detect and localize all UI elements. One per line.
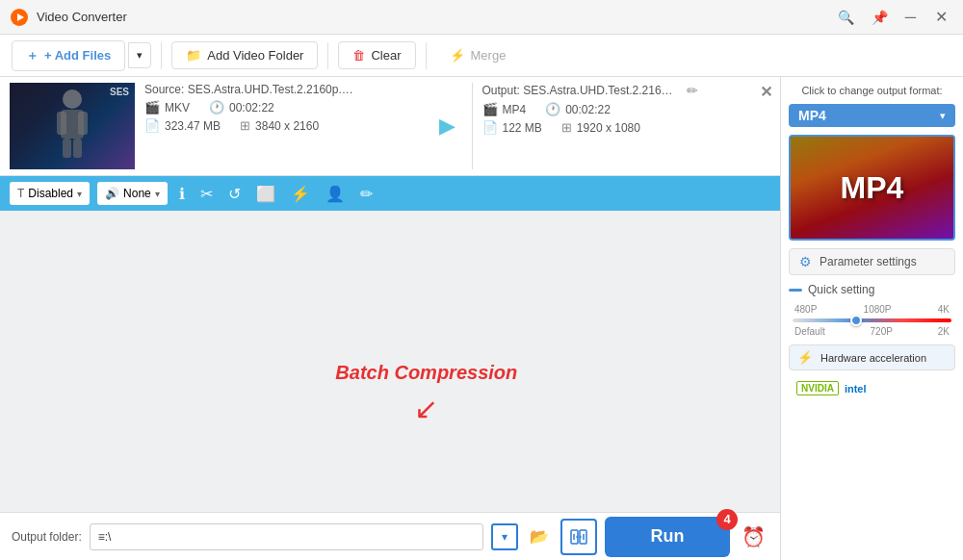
output-duration: 00:02:22 <box>565 103 611 116</box>
label-4k: 4K <box>938 304 950 315</box>
label-720p: 720P <box>871 326 893 337</box>
toolbar-separator-1 <box>161 42 162 69</box>
resolution-icon: ⊞ <box>240 118 250 133</box>
cut-button[interactable]: ✂ <box>196 183 217 205</box>
app-logo <box>10 8 29 27</box>
output-clock-icon: 🕐 <box>545 102 560 116</box>
slider-track <box>793 318 951 322</box>
rotate-button[interactable]: ↺ <box>224 183 245 205</box>
format-name: MP4 <box>798 108 932 123</box>
batch-annotation: Batch Compression ↙ <box>335 362 517 425</box>
subtitle-edit-button[interactable]: ✏ <box>356 183 377 205</box>
batch-arrow-icon: ↙ <box>335 392 517 425</box>
batch-compress-button[interactable] <box>560 519 597 555</box>
label-480p: 480P <box>794 304 817 315</box>
output-resolution: 1920 x 1080 <box>577 121 640 135</box>
folder-dropdown-button[interactable]: ▾ <box>491 523 518 550</box>
run-badge: 4 <box>716 509 738 530</box>
right-panel: Click to change output format: MP4 ▾ MP4… <box>780 77 963 560</box>
search-icon[interactable]: 🔍 <box>838 10 854 25</box>
subtitle-select[interactable]: T Disabled ▾ <box>10 182 90 205</box>
format-thumbnail: MP4 <box>789 135 955 241</box>
svg-marker-12 <box>576 535 578 539</box>
output-duration-item: 🕐 00:02:22 <box>545 102 611 116</box>
remove-file-button[interactable]: ✕ <box>760 83 772 101</box>
source-duration-item: 🕐 00:02:22 <box>209 100 274 115</box>
audio-icon: 🔊 <box>105 187 119 200</box>
add-files-button[interactable]: ＋ + Add Files <box>12 40 125 71</box>
add-video-folder-button[interactable]: 📁 Add Video Folder <box>171 41 318 69</box>
quick-setting-label: Quick setting <box>789 283 955 296</box>
audio-value: None <box>123 187 151 200</box>
source-info: Source: SES.Astra.UHD.Test.2.2160p.UHDTV… <box>144 83 433 169</box>
output-file-icon: 📄 <box>482 120 498 135</box>
audio-select[interactable]: 🔊 None ▾ <box>97 182 168 205</box>
merge-button[interactable]: ⚡ Merge <box>436 42 520 68</box>
edit-output-button[interactable]: ✏ <box>687 83 698 98</box>
source-format: MKV <box>165 101 190 115</box>
toolbar: ＋ + Add Files ▾ 📁 Add Video Folder 🗑 Cle… <box>0 35 963 77</box>
output-format-item: 🎬 MP4 <box>482 102 527 116</box>
source-path-label: Source: SES.Astra.UHD.Test.2.2160p.UHDTV… <box>144 83 356 96</box>
convert-arrow: ▶ <box>433 83 462 169</box>
slider-labels-bottom: Default 720P 2K <box>793 326 951 337</box>
close-button[interactable]: ✕ <box>929 6 953 28</box>
left-content: SES Source: SES.Astra.UHD.Test.2.2160p.U… <box>0 77 780 560</box>
svg-point-2 <box>63 89 82 109</box>
app-title: Video Converter <box>37 10 127 24</box>
controls-row: T Disabled ▾ 🔊 None ▾ ℹ ✂ ↺ ⬜ ⚡ 👤 ✏ <box>0 176 780 211</box>
folder-icon: 📁 <box>186 48 201 63</box>
clear-label: Clear <box>371 48 401 63</box>
file-row-divider <box>472 83 473 169</box>
thumbnail-content: SES <box>10 83 135 169</box>
source-label-row: Source: SES.Astra.UHD.Test.2.2160p.UHDTV… <box>144 83 433 96</box>
add-video-folder-label: Add Video Folder <box>207 48 303 63</box>
output-format-icon: 🎬 <box>482 102 498 116</box>
source-size: 323.47 MB <box>165 119 221 133</box>
watermark-button[interactable]: 👤 <box>322 183 349 205</box>
minimize-button[interactable]: ─ <box>899 7 922 28</box>
source-size-row: 📄 323.47 MB ⊞ 3840 x 2160 <box>144 118 433 133</box>
output-folder-input[interactable] <box>90 523 483 550</box>
label-default: Default <box>794 326 825 337</box>
parameter-settings-button[interactable]: ⚙ Parameter settings <box>789 248 955 275</box>
toolbar-separator-3 <box>426 42 427 69</box>
source-meta-format-row: 🎬 MKV 🕐 00:02:22 <box>144 100 433 115</box>
format-thumbnail-text: MP4 <box>841 170 904 206</box>
clear-button[interactable]: 🗑 Clear <box>338 41 415 69</box>
intel-logo: intel <box>845 383 867 395</box>
batch-compression-text: Batch Compression <box>335 362 517 384</box>
add-files-dropdown[interactable]: ▾ <box>128 42 151 68</box>
output-path-label: Output: SES.Astra.UHD.Test.2.2160p.UHDT.… <box>482 84 675 97</box>
label-1080p: 1080P <box>864 304 892 315</box>
svg-rect-4 <box>57 112 66 135</box>
format-select[interactable]: MP4 ▾ <box>789 104 955 127</box>
run-label: Run <box>651 526 685 546</box>
subtitle-value: Disabled <box>28 187 73 200</box>
hardware-acceleration-button[interactable]: ⚡ Hardware acceleration <box>789 344 955 370</box>
svg-rect-5 <box>78 112 88 135</box>
title-bar-controls: 🔍 📌 ─ ✕ <box>838 6 953 28</box>
output-resolution-item: ⊞ 1920 x 1080 <box>561 120 640 135</box>
crop-button[interactable]: ⬜ <box>252 183 279 205</box>
open-folder-button[interactable]: 📂 <box>526 523 553 550</box>
pin-icon[interactable]: 📌 <box>872 10 888 25</box>
file-row: SES Source: SES.Astra.UHD.Test.2.2160p.U… <box>0 77 780 176</box>
slider-thumb <box>850 315 862 326</box>
effect-button[interactable]: ⚡ <box>287 183 314 205</box>
param-icon: ⚙ <box>799 254 812 269</box>
output-size-item: 📄 122 MB <box>482 120 542 135</box>
nvidia-logo: NVIDIA <box>796 381 839 395</box>
quality-slider[interactable]: 480P 1080P 4K Default 720P 2K <box>789 304 955 337</box>
output-resolution-icon: ⊞ <box>561 120 572 135</box>
main-area: SES Source: SES.Astra.UHD.Test.2.2160p.U… <box>0 77 963 560</box>
param-settings-label: Parameter settings <box>820 255 917 268</box>
subtitle-dropdown-arrow: ▾ <box>77 189 82 199</box>
alarm-button[interactable]: ⏰ <box>738 522 768 552</box>
format-icon: 🎬 <box>144 100 160 115</box>
run-button[interactable]: Run 4 <box>605 517 730 557</box>
merge-icon: ⚡ <box>450 48 465 63</box>
info-button[interactable]: ℹ <box>175 183 189 205</box>
add-icon: ＋ <box>26 47 39 64</box>
source-resolution: 3840 x 2160 <box>255 119 319 133</box>
